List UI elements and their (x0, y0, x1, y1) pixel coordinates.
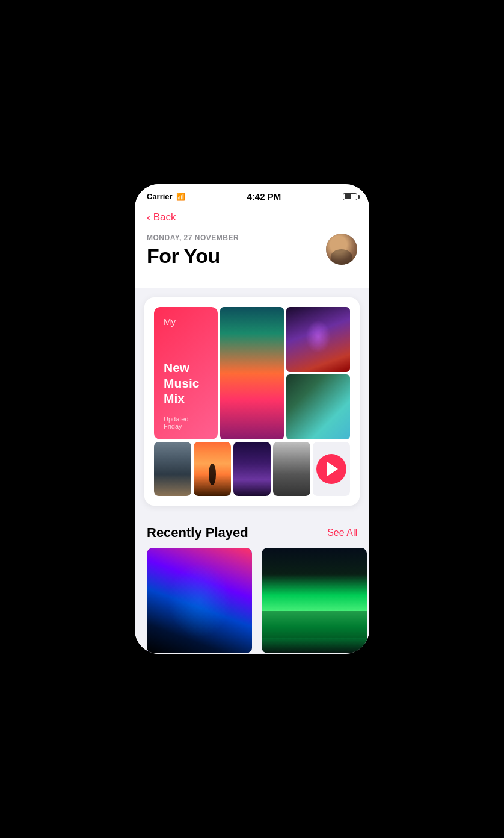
recently-played-header: Recently Played See All (135, 515, 369, 548)
sunset-image (194, 442, 231, 496)
avatar-image (326, 234, 357, 265)
cliff-image (154, 442, 191, 496)
mix-title-text: New Music Mix (164, 360, 208, 406)
play-circle (316, 454, 346, 484)
mix-bottom-row (154, 442, 350, 496)
back-label: Back (153, 211, 176, 223)
status-bar: Carrier 📶 4:42 PM (135, 184, 369, 205)
mix-grid: My New Music Mix Updated Friday (154, 307, 350, 496)
avatar[interactable] (326, 234, 357, 265)
page-title: For You (147, 244, 239, 268)
album-card-0[interactable]: Time Of Mirrors Chaotic Hook (147, 548, 252, 654)
album-card-1[interactable]: Last Chances Seizing Mistake (262, 548, 367, 654)
back-chevron-icon: ‹ (147, 210, 151, 224)
status-left: Carrier 📶 (147, 192, 185, 201)
mix-updated-label: Updated Friday (164, 415, 208, 430)
mix-images-right (220, 307, 350, 439)
header-divider (147, 273, 357, 273)
content-area: My New Music Mix Updated Friday (135, 297, 369, 654)
album-art-aurora (262, 548, 367, 653)
mix-my-label: My (164, 317, 208, 327)
time-display: 4:42 PM (247, 191, 281, 202)
header: ‹ Back Monday, 27 November For You (135, 205, 369, 288)
recently-played-title: Recently Played (147, 525, 248, 541)
landscape-image (286, 374, 350, 439)
mix-card[interactable]: My New Music Mix Updated Friday (144, 297, 360, 506)
purple-person-image (233, 442, 271, 496)
back-button[interactable]: ‹ Back (147, 210, 357, 224)
screen: Carrier 📶 4:42 PM ‹ Back Monday, 27 Nove… (135, 184, 369, 654)
smoke-image (286, 307, 350, 372)
battery-fill (345, 194, 351, 199)
phone-frame: Carrier 📶 4:42 PM ‹ Back Monday, 27 Nove… (135, 184, 369, 654)
mix-main-tile[interactable]: My New Music Mix Updated Friday (154, 307, 218, 439)
mirrors-glow (168, 563, 231, 638)
aurora-bg (262, 548, 367, 653)
date-label: Monday, 27 November (147, 234, 239, 242)
status-right (343, 193, 357, 200)
header-top: Monday, 27 November For You (147, 234, 357, 268)
play-button-tile[interactable] (313, 442, 350, 496)
mix-title-line1: New Music (164, 361, 200, 390)
tunnel-image (220, 307, 284, 439)
carrier-label: Carrier (147, 192, 173, 201)
battery-icon (343, 193, 357, 200)
mix-title-line2: Mix (164, 391, 185, 405)
play-triangle-icon (327, 462, 338, 476)
recently-played-scroll[interactable]: Time Of Mirrors Chaotic Hook Last Chance… (135, 548, 369, 654)
see-all-button[interactable]: See All (327, 527, 357, 538)
header-titles: Monday, 27 November For You (147, 234, 239, 268)
bw-person-image (273, 442, 310, 496)
mix-title: New Music Mix Updated Friday (164, 360, 208, 430)
album-art-mirrors (147, 548, 252, 653)
wifi-icon: 📶 (176, 193, 185, 201)
aurora-land (262, 611, 367, 638)
